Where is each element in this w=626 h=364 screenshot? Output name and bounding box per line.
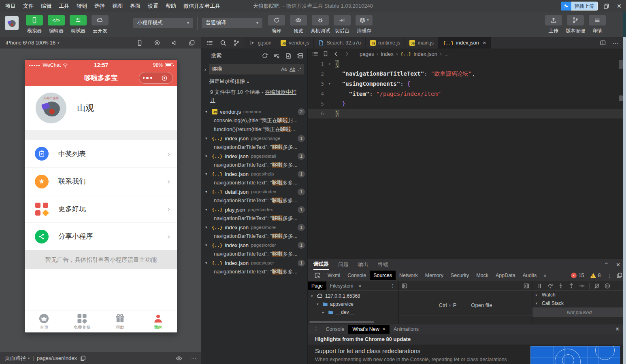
drag-upload-badge[interactable]: 拖拽上传 [561,2,598,11]
sources-tab-filesystem[interactable]: Filesystem [326,281,357,290]
menu-item-9[interactable]: 帮助 [162,0,180,12]
devtools-tab-wxml[interactable]: Wxml [324,271,344,280]
rotate-device-icon[interactable] [136,40,143,46]
search-match-2-0[interactable]: navigationBarTitleText": "哆啦多多... [201,161,307,169]
callstack-section[interactable]: ▾ Call Stack [532,299,626,308]
mode-select[interactable]: 小程序模式 ▾ [133,18,193,28]
toolbar-button-branch[interactable]: 版本管理 [565,15,586,34]
deactbp-icon[interactable] [594,283,600,289]
toolbar-button-sliders[interactable]: 调试器 [68,15,89,34]
tree-node-1[interactable]: ▾appservice [308,300,398,308]
regex-toggle[interactable]: .* [298,67,301,72]
close-drawer-icon[interactable]: ✕ [615,326,624,332]
toolbar-button-cloud[interactable]: 云开发 [89,15,111,34]
stepout-icon[interactable] [568,283,575,289]
multi-window-icon[interactable] [189,40,195,46]
editor-tab-g.json[interactable]: g.json [245,37,276,49]
debugger-tab-0[interactable]: 调试器 [313,259,329,270]
tabbar-item-3[interactable]: 我的 [139,311,177,332]
split-editor-icon[interactable] [600,40,606,46]
devtools-tab-appdata[interactable]: AppData [492,271,519,280]
devtools-menu-icon[interactable]: ⋮ [607,273,612,279]
menu-item-5[interactable]: 选择 [91,0,109,12]
undock-icon[interactable] [616,272,623,279]
search-match-1-0[interactable]: navigationBarTitleText": "哆啦多多... [201,143,307,152]
drawer-tab-animations[interactable]: Animations [390,325,423,334]
nav-back-icon[interactable] [333,51,339,57]
search-match-4-0[interactable]: navigationBarTitleText": "哆啦多多... [201,196,307,205]
record-icon[interactable] [154,40,160,46]
git-branch-icon[interactable] [233,40,240,46]
toolbar-button-layers[interactable]: ▾清缓存 [353,15,375,34]
restore-window-button[interactable] [602,3,611,9]
search-result-file-7[interactable]: ▾{..}index.jsonpages\order1 [201,241,307,250]
page-path-dropdown[interactable]: 页面路径 ▾ [5,355,30,362]
search-result-file-0[interactable]: ▾JSvendor.jscommon2 [201,107,307,116]
file-list-icon[interactable] [207,40,213,46]
debugger-tab-3[interactable]: 终端 [378,259,388,270]
sources-tab-page[interactable]: Page [308,281,326,290]
step-icon[interactable] [579,283,585,289]
outline-icon[interactable] [312,51,318,57]
copy-path-icon[interactable] [80,355,86,362]
open-file-label[interactable]: Open file [471,302,492,308]
editor-tab-Search--32.u7u[interactable]: Search: 32.u7u [314,37,366,49]
collapse-all-icon[interactable] [297,53,303,59]
visibility-icon[interactable] [176,355,182,362]
devtools-tab-audits[interactable]: Audits [519,271,541,280]
devtools-tab-console[interactable]: Console [344,271,370,280]
breadcrumb-item[interactable]: index [381,51,394,57]
whole-word-toggle[interactable]: Ab [290,67,295,72]
search-result-file-1[interactable]: ▾{..}index.jsonpages\change1 [201,134,307,143]
capsule-more-button[interactable] [139,72,156,83]
devtools-tab-memory[interactable]: Memory [422,271,447,280]
error-badge-icon[interactable]: ✕ [571,273,577,278]
toolbar-button-tobg[interactable]: 切后台 [332,15,353,34]
toolbar-button-eye[interactable]: 预览 [288,15,309,34]
toolbar-button-bug[interactable]: 真机调试 [310,15,331,34]
stepover-icon[interactable] [547,283,554,289]
more-actions-icon[interactable]: ⋯ [612,39,619,47]
menu-item-2[interactable]: 更多好玩› [25,195,177,222]
search-input[interactable]: 哆啦 Aa Ab .* [209,64,304,74]
menu-item-3[interactable]: 分享小程序› [25,222,177,250]
mute-icon[interactable] [171,40,178,46]
tree-node-0[interactable]: ▾127.0.0.1:65368 [308,292,398,300]
pauseexc-icon[interactable] [604,283,611,289]
close-window-button[interactable]: ✕ [615,3,624,9]
drawer-menu-icon[interactable]: ⋮ [310,326,322,332]
scrollbar-thumb[interactable] [619,60,623,69]
more-tabs-icon[interactable]: » [540,273,549,278]
tree-node-2[interactable]: ▸__dev__ [308,308,398,316]
pause-icon[interactable] [537,283,543,289]
expand-search-icon[interactable]: › [203,66,208,72]
sidebar-menu-icon[interactable]: ⋮ [390,283,398,289]
search-match-8-0[interactable]: navigationBarTitleText": "哆啦多多... [201,267,307,276]
devtools-tab-mock[interactable]: Mock [473,271,492,280]
horizontal-scrollbar[interactable] [309,321,374,323]
search-match-5-0[interactable]: navigationBarTitleText": "哆啦多多... [201,214,307,223]
inspect-element-icon[interactable] [314,272,321,279]
clear-results-icon[interactable] [273,53,280,59]
breadcrumb-item[interactable]: ... [444,51,449,57]
tabbar-item-1[interactable]: 免费兑换 [63,311,101,332]
show-debugger-icon[interactable] [523,283,530,289]
show-navigator-icon[interactable] [401,283,408,289]
toolbar-button-upload[interactable]: 上传 [543,15,564,34]
toolbar-button-refresh[interactable]: 编译 [266,15,287,34]
close-tab-icon[interactable]: ✕ [483,40,486,46]
editor-tab-runtime.js[interactable]: JSruntime.js [366,37,405,49]
tabbar-item-2[interactable]: 帮助 [101,311,139,332]
refresh-search-icon[interactable] [262,53,268,59]
search-result-file-6[interactable]: ▾{..}index.jsonpages\more1 [201,223,307,232]
search-result-file-4[interactable]: ▾{..}detail.jsonpages\index1 [201,187,307,196]
fold-icon[interactable]: ▾ [326,82,334,86]
menu-item-0[interactable]: 项目 [2,0,19,12]
menu-item-0[interactable]: 中奖列表› [25,140,177,167]
code-area[interactable]: 1▾{2 "navigationBarTitleText": "欧皇源码论坛",… [308,59,626,119]
search-match-0-0[interactable]: console.log(e),{title:"我正在哆啦封... [201,116,307,125]
search-match-3-0[interactable]: navigationBarTitleText": "哆啦多多... [201,178,307,187]
menu-item-2[interactable]: 编辑 [37,0,55,12]
nav-forward-icon[interactable] [343,51,350,57]
watch-section[interactable]: ▸ Watch [532,291,626,299]
